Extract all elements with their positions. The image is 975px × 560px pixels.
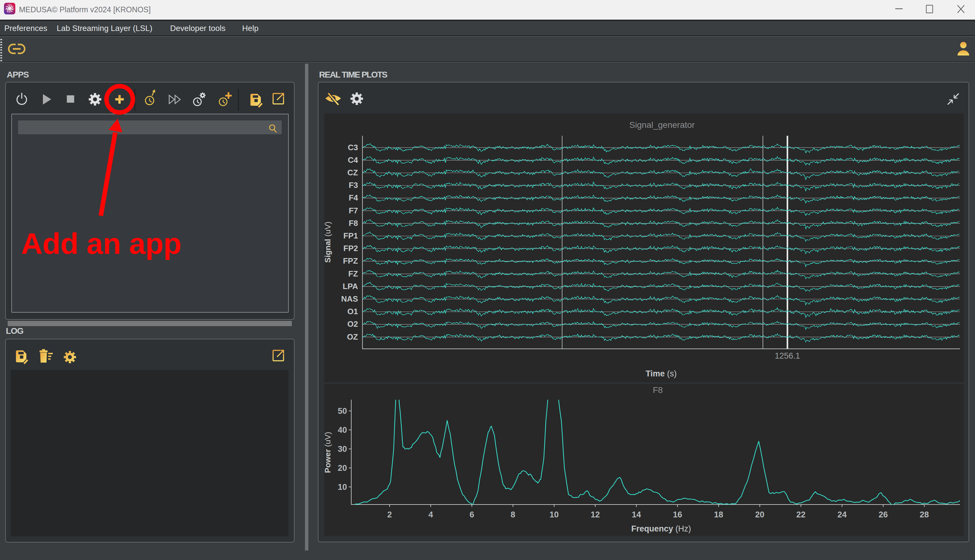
- svg-text:O2: O2: [347, 319, 358, 328]
- svg-text:FPZ: FPZ: [343, 256, 358, 265]
- svg-text:FP2: FP2: [343, 244, 358, 253]
- svg-text:LPA: LPA: [343, 282, 358, 291]
- svg-text:F7: F7: [349, 206, 358, 215]
- svg-text:OZ: OZ: [347, 332, 358, 342]
- svg-text:Frequency (Hz): Frequency (Hz): [631, 524, 691, 533]
- svg-text:Time (s): Time (s): [645, 369, 677, 378]
- svg-text:F8: F8: [349, 218, 358, 228]
- svg-text:24: 24: [837, 510, 847, 519]
- svg-text:NAS: NAS: [341, 294, 358, 303]
- svg-text:Signal_generator: Signal_generator: [629, 120, 695, 130]
- svg-text:26: 26: [878, 510, 888, 519]
- svg-text:F3: F3: [349, 180, 358, 190]
- svg-text:20: 20: [755, 510, 765, 519]
- svg-text:C3: C3: [348, 143, 358, 152]
- svg-text:20: 20: [338, 463, 347, 473]
- svg-text:O1: O1: [347, 307, 358, 316]
- svg-text:30: 30: [338, 445, 347, 453]
- svg-text:6: 6: [470, 510, 474, 519]
- svg-text:4: 4: [428, 510, 433, 519]
- svg-text:10: 10: [338, 482, 347, 492]
- svg-text:22: 22: [796, 510, 805, 519]
- svg-text:1256.1: 1256.1: [775, 351, 800, 360]
- svg-text:50: 50: [338, 407, 347, 416]
- svg-text:CZ: CZ: [347, 168, 358, 177]
- svg-text:10: 10: [550, 510, 559, 519]
- svg-text:C4: C4: [348, 155, 358, 165]
- svg-text:Signal (uV): Signal (uV): [323, 222, 332, 263]
- svg-text:2: 2: [387, 510, 392, 519]
- svg-text:FP1: FP1: [343, 231, 358, 240]
- svg-text:16: 16: [673, 510, 682, 519]
- svg-text:12: 12: [591, 510, 600, 519]
- svg-text:18: 18: [714, 510, 723, 519]
- svg-text:Power (uV): Power (uV): [323, 432, 332, 473]
- svg-text:28: 28: [920, 510, 929, 519]
- svg-text:8: 8: [511, 510, 515, 519]
- svg-text:14: 14: [632, 510, 641, 519]
- svg-text:F4: F4: [349, 193, 358, 202]
- svg-text:40: 40: [338, 425, 347, 435]
- svg-text:FZ: FZ: [348, 269, 358, 278]
- svg-text:F8: F8: [653, 385, 663, 395]
